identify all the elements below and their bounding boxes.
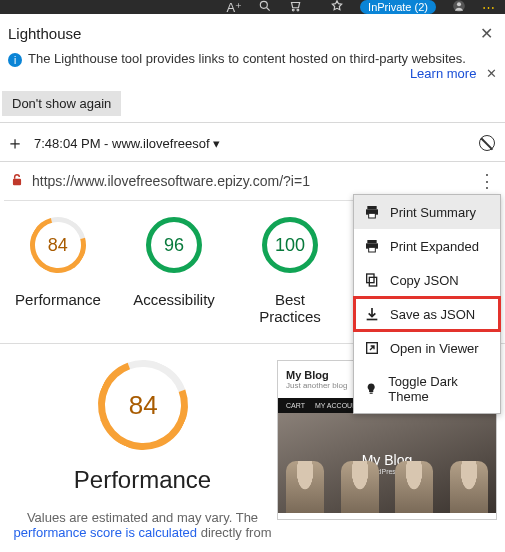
- chevron-down-icon: ▾: [213, 136, 220, 151]
- report-menu-button[interactable]: ⋮: [478, 170, 495, 192]
- score-accessibility[interactable]: 96 Accessibility: [128, 217, 220, 325]
- performance-description: Values are estimated and may vary. The p…: [8, 510, 277, 540]
- cart-icon[interactable]: [288, 0, 302, 16]
- menu-toggle-dark[interactable]: Toggle Dark Theme: [354, 365, 500, 413]
- favorites-icon[interactable]: [330, 0, 344, 16]
- open-external-icon: [364, 340, 380, 356]
- svg-point-5: [457, 2, 461, 6]
- menu-print-summary[interactable]: Print Summary: [354, 195, 500, 229]
- menu-icon[interactable]: ⋯: [482, 0, 495, 15]
- score-best-practices[interactable]: 100 Best Practices: [244, 217, 336, 325]
- svg-rect-13: [369, 277, 376, 286]
- close-icon[interactable]: ✕: [480, 24, 493, 43]
- performance-title: Performance: [8, 466, 277, 494]
- panel-header: Lighthouse ✕: [0, 14, 505, 51]
- menu-copy-json[interactable]: Copy JSON: [354, 263, 500, 297]
- clear-icon[interactable]: [479, 135, 495, 151]
- performance-gauge: 84: [83, 345, 203, 465]
- svg-rect-9: [369, 213, 376, 218]
- search-icon[interactable]: [258, 0, 272, 16]
- learn-more-link[interactable]: Learn more: [410, 66, 476, 81]
- svg-rect-14: [367, 274, 374, 283]
- svg-point-0: [260, 1, 267, 8]
- svg-rect-7: [367, 206, 376, 209]
- svg-rect-6: [13, 178, 21, 184]
- profile-icon[interactable]: [452, 0, 466, 16]
- new-report-button[interactable]: ＋: [6, 131, 24, 155]
- print-icon: [364, 238, 380, 254]
- inprivate-badge[interactable]: InPrivate (2): [360, 0, 436, 14]
- text-size-icon[interactable]: A⁺: [226, 0, 242, 15]
- svg-line-1: [267, 7, 270, 10]
- svg-rect-12: [369, 247, 376, 252]
- score-calc-link[interactable]: performance score is calculated: [14, 525, 198, 540]
- download-icon: [364, 306, 380, 322]
- export-menu: Print Summary Print Expanded Copy JSON S…: [353, 194, 501, 414]
- url-text[interactable]: https://www.ilovefreesoftware.epizy.com/…: [32, 173, 470, 189]
- menu-print-expanded[interactable]: Print Expanded: [354, 229, 500, 263]
- menu-open-viewer[interactable]: Open in Viewer: [354, 331, 500, 365]
- dont-show-again-button[interactable]: Don't show again: [2, 91, 121, 116]
- panel-title: Lighthouse: [8, 25, 81, 42]
- svg-point-3: [297, 9, 299, 11]
- info-text: The Lighthouse tool provides links to co…: [28, 51, 497, 66]
- bulb-icon: [364, 381, 378, 397]
- score-performance[interactable]: 84 Performance: [12, 217, 104, 325]
- report-tab[interactable]: 7:48:04 PM - www.ilovefreesof ▾: [34, 136, 220, 151]
- svg-point-2: [292, 9, 294, 11]
- print-icon: [364, 204, 380, 220]
- svg-rect-15: [367, 319, 378, 321]
- dismiss-info-icon[interactable]: ✕: [486, 66, 497, 81]
- svg-rect-10: [367, 240, 376, 243]
- insecure-lock-icon: [10, 172, 24, 191]
- copy-icon: [364, 272, 380, 288]
- svg-rect-17: [370, 393, 373, 394]
- browser-chrome: A⁺ InPrivate (2) ⋯: [0, 0, 505, 14]
- menu-save-json[interactable]: Save as JSON: [354, 297, 500, 331]
- report-toolbar: ＋ 7:48:04 PM - www.ilovefreesof ▾: [0, 122, 505, 162]
- info-icon: i: [8, 53, 22, 67]
- info-banner: i The Lighthouse tool provides links to …: [0, 51, 505, 87]
